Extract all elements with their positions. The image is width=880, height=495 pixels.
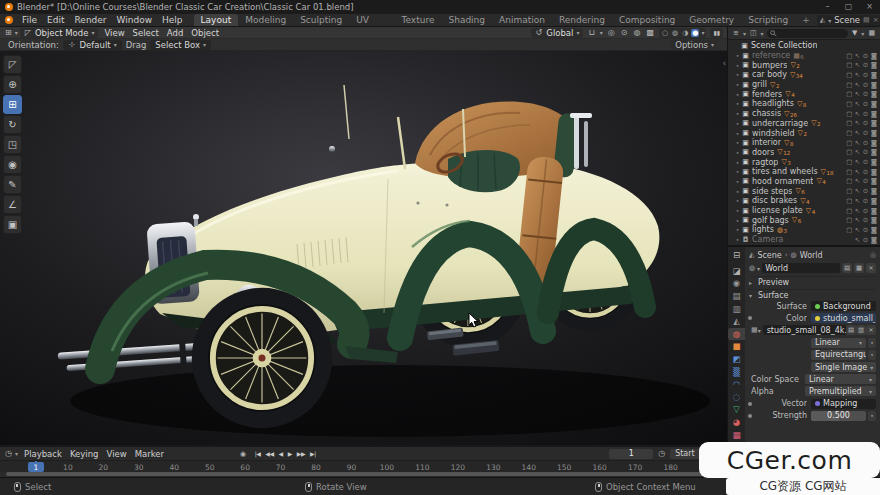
- pack-image-button[interactable]: ▥: [856, 325, 866, 335]
- workspace-tab[interactable]: +: [795, 14, 817, 26]
- surface-value-menu[interactable]: Background: [811, 301, 876, 311]
- viewport-menu[interactable]: Select: [129, 28, 163, 38]
- hide-eye-icon[interactable]: ⊙: [863, 71, 868, 79]
- properties-tab-render-tab[interactable]: ◉: [728, 277, 745, 290]
- outliner-row-headlights[interactable]: • ▣ headlights ▽8 ▢ ↖ ⊙ ◙: [728, 99, 880, 109]
- selectable-icon[interactable]: ↖: [855, 177, 860, 185]
- hide-eye-icon[interactable]: ⊙: [863, 148, 868, 156]
- exclude-checkbox-icon[interactable]: ▢: [846, 197, 852, 205]
- outliner-row-reference[interactable]: • ▣ reference ▦6 ▢ ↖ ⊙ ◙: [728, 51, 880, 61]
- interpolation-dropdown[interactable]: Linear▾: [811, 338, 866, 348]
- disclosure-dot-icon[interactable]: •: [734, 120, 741, 127]
- render-camera-icon[interactable]: ◙: [871, 61, 877, 69]
- workspace-tab[interactable]: Modeling: [238, 14, 293, 26]
- selectable-icon[interactable]: ↖: [855, 71, 860, 79]
- properties-tab-material-tab[interactable]: ◕: [728, 416, 745, 429]
- editor-type-icon[interactable]: ⊟: [728, 249, 745, 262]
- current-frame-field[interactable]: 1: [609, 449, 653, 459]
- outliner-row-license-plate[interactable]: • ▣ license plate ▽4 ▢ ↖ ⊙ ◙: [728, 206, 880, 216]
- proportional-editing-icon[interactable]: ◎: [607, 28, 616, 37]
- outliner-row-floor[interactable]: • ▽ floor ▢ ↖ ⊙ ◙: [728, 244, 880, 245]
- exclude-checkbox-icon[interactable]: ▢: [846, 119, 852, 127]
- disclosure-dot-icon[interactable]: •: [734, 236, 741, 243]
- workspace-tab[interactable]: Shading: [441, 14, 492, 26]
- disclosure-dot-icon[interactable]: •: [734, 217, 741, 224]
- pause-icon[interactable]: ▮▮: [710, 28, 723, 38]
- disclosure-dot-icon[interactable]: •: [734, 178, 741, 185]
- selectable-icon[interactable]: ↖: [855, 52, 860, 60]
- editor-type-icon[interactable]: ≡: [732, 29, 740, 37]
- exclude-checkbox-icon[interactable]: ▢: [846, 177, 852, 185]
- exclude-checkbox-icon[interactable]: ▢: [846, 110, 852, 118]
- selectable-icon[interactable]: ↖: [855, 100, 860, 108]
- render-camera-icon[interactable]: ◙: [871, 52, 877, 60]
- menu[interactable]: Edit: [42, 14, 69, 26]
- workspace-tab[interactable]: Scripting: [741, 14, 795, 26]
- transport-button-play-reverse-button[interactable]: ◀: [279, 450, 283, 457]
- selectable-icon[interactable]: ↖: [855, 216, 860, 224]
- hide-eye-icon[interactable]: ⊙: [863, 197, 868, 205]
- disclosure-dot-icon[interactable]: •: [734, 139, 741, 146]
- hide-eye-icon[interactable]: ⊙: [863, 110, 868, 118]
- exclude-checkbox-icon[interactable]: ▢: [846, 61, 852, 69]
- exclude-checkbox-icon[interactable]: ▢: [846, 139, 852, 147]
- editor-type-icon[interactable]: ⊞: [4, 28, 13, 37]
- workspace-tab[interactable]: Rendering: [552, 14, 612, 26]
- timeline-menu[interactable]: Playback: [20, 449, 66, 459]
- render-camera-icon[interactable]: ◙: [871, 187, 877, 195]
- scene-collection-row[interactable]: ▣ Scene Collection: [728, 41, 880, 51]
- properties-tab-texture-tab[interactable]: ▦: [728, 428, 745, 441]
- animate-property-button[interactable]: •: [868, 350, 876, 360]
- render-camera-icon[interactable]: ◙: [871, 216, 877, 224]
- render-camera-icon[interactable]: ◙: [871, 207, 877, 215]
- orientation-dropdown[interactable]: ⊹ Default ▾: [63, 40, 122, 50]
- exclude-checkbox-icon[interactable]: ▢: [846, 148, 852, 156]
- timeline-scrollbar[interactable]: [6, 472, 768, 476]
- render-camera-icon[interactable]: ◙: [871, 71, 877, 79]
- outliner-row-doors[interactable]: • ▣ doors ▽12 ▢ ↖ ⊙ ◙: [728, 148, 880, 158]
- workspace-tab[interactable]: Compositing: [612, 14, 682, 26]
- outliner-row-ragtop[interactable]: • ▣ ragtop ▽3 ▢ ↖ ⊙ ◙: [728, 157, 880, 167]
- render-camera-icon[interactable]: ◙: [871, 139, 877, 147]
- exclude-checkbox-icon[interactable]: ▢: [846, 129, 852, 137]
- editor-type-icon[interactable]: ◷: [4, 449, 13, 458]
- transport-button-play-button[interactable]: ▶: [288, 450, 292, 457]
- colorspace-dropdown[interactable]: Linear▾: [805, 374, 876, 384]
- current-frame-badge[interactable]: 1: [28, 462, 44, 472]
- disclosure-dot-icon[interactable]: •: [734, 226, 741, 233]
- source-dropdown[interactable]: Single Image▾: [811, 362, 876, 372]
- close-button[interactable]: ×: [859, 0, 880, 14]
- hide-eye-icon[interactable]: ⊙: [863, 177, 868, 185]
- outliner-row-golf-bags[interactable]: • ▣ golf bags ▽6 ▢ ↖ ⊙ ◙: [728, 215, 880, 225]
- outliner-row-disc-brakes[interactable]: • ▣ disc brakes ▽4 ▢ ↖ ⊙ ◙: [728, 196, 880, 206]
- disclosure-dot-icon[interactable]: •: [734, 91, 741, 98]
- disclosure-dot-icon[interactable]: •: [734, 81, 741, 88]
- disclosure-dot-icon[interactable]: •: [734, 159, 741, 166]
- render-camera-icon[interactable]: ◙: [871, 119, 877, 127]
- viewport-canvas[interactable]: ◸⊕⊞↻◳◉✎∠▣ ‹: [0, 51, 727, 445]
- disclosure-dot-icon[interactable]: •: [734, 197, 741, 204]
- color-value-menu[interactable]: studio_small_08_4k.exr: [811, 313, 876, 323]
- image-name-field[interactable]: studio_small_08_4k.exr: [763, 325, 846, 335]
- properties-tab-constraints-tab[interactable]: ◌: [728, 391, 745, 404]
- blender-menu-icon[interactable]: [5, 16, 13, 24]
- outliner-row-car-body[interactable]: • ▣ car body ▽34 ▢ ↖ ⊙ ◙: [728, 70, 880, 80]
- exclude-checkbox-icon[interactable]: ▢: [846, 90, 852, 98]
- outliner-row-bumpers[interactable]: • ▣ bumpers ▽2 ▢ ↖ ⊙ ◙: [728, 60, 880, 70]
- workspace-tab[interactable]: Texture Paint: [395, 14, 442, 26]
- transport-button-next-keyframe-button[interactable]: ▶▶: [297, 450, 305, 457]
- properties-tab-physics-tab[interactable]: ◠: [728, 378, 745, 391]
- exclude-checkbox-icon[interactable]: ▢: [846, 168, 852, 176]
- hide-eye-icon[interactable]: ⊙: [863, 207, 868, 215]
- selectable-icon[interactable]: ↖: [855, 187, 860, 195]
- menu[interactable]: Window: [112, 14, 158, 26]
- disclosure-dot-icon[interactable]: •: [734, 110, 741, 117]
- render-camera-icon[interactable]: ◙: [871, 81, 877, 89]
- selectable-icon[interactable]: ↖: [855, 139, 860, 147]
- workspace-tab[interactable]: Animation: [492, 14, 552, 26]
- viewport-menu[interactable]: Object: [187, 28, 223, 38]
- render-camera-icon[interactable]: ◙: [871, 168, 877, 176]
- shading-wireframe-icon[interactable]: ○: [661, 29, 669, 37]
- select-mode-dropdown[interactable]: Select Box ▾: [150, 40, 211, 50]
- hide-eye-icon[interactable]: ⊙: [863, 187, 868, 195]
